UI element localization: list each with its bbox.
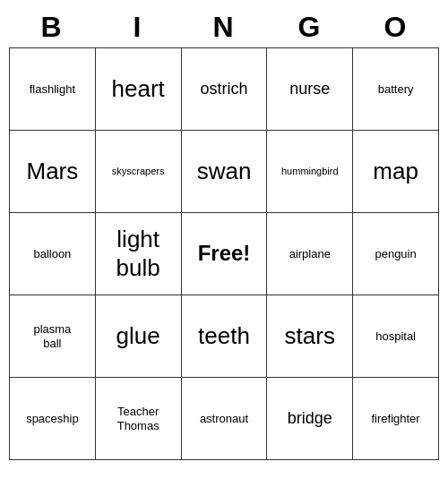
- header-letter-g: G: [267, 7, 353, 47]
- cell-text: skyscrapers: [112, 166, 165, 177]
- header-letter-i: I: [95, 7, 181, 47]
- bingo-cell-r1-c2: swan: [182, 131, 268, 213]
- bingo-cell-r4-c0: spaceship: [10, 378, 96, 460]
- bingo-cell-r2-c2: Free!: [182, 213, 268, 295]
- cell-text: ostrich: [200, 80, 247, 99]
- header-letter-b: B: [9, 7, 95, 47]
- bingo-cell-r3-c2: teeth: [182, 295, 268, 378]
- cell-text: plasmaball: [33, 322, 71, 350]
- cell-text: airplane: [289, 247, 331, 261]
- bingo-cell-r2-c4: penguin: [353, 213, 439, 295]
- cell-text: hummingbird: [281, 166, 339, 177]
- cell-text: teeth: [198, 322, 250, 350]
- bingo-cell-r4-c4: firefighter: [353, 378, 439, 460]
- cell-text: lightbulb: [116, 226, 160, 281]
- cell-text: firefighter: [371, 412, 419, 426]
- cell-text: swan: [197, 158, 252, 185]
- bingo-card: BINGO flashlightheartostrichnursebattery…: [9, 7, 439, 460]
- bingo-cell-r0-c1: heart: [96, 48, 182, 131]
- bingo-cell-r1-c0: Mars: [10, 131, 96, 213]
- cell-text: balloon: [33, 247, 71, 261]
- bingo-cell-r4-c1: TeacherThomas: [96, 378, 182, 460]
- bingo-cell-r3-c4: hospital: [353, 295, 439, 378]
- bingo-cell-r3-c0: plasmaball: [10, 295, 96, 378]
- cell-text: map: [373, 158, 418, 185]
- cell-text: flashlight: [30, 82, 75, 97]
- bingo-cell-r0-c3: nurse: [267, 48, 353, 131]
- bingo-cell-r3-c3: stars: [267, 295, 353, 378]
- bingo-header: BINGO: [9, 7, 439, 47]
- cell-text: glue: [116, 322, 160, 350]
- bingo-cell-r4-c3: bridge: [267, 378, 353, 460]
- cell-text: TeacherThomas: [117, 405, 159, 432]
- bingo-cell-r0-c0: flashlight: [10, 48, 96, 131]
- cell-text: battery: [378, 82, 414, 97]
- bingo-cell-r3-c1: glue: [96, 295, 182, 378]
- cell-text: spaceship: [26, 412, 79, 426]
- bingo-cell-r2-c0: balloon: [10, 213, 96, 295]
- cell-text: nurse: [289, 80, 330, 99]
- bingo-cell-r2-c3: airplane: [267, 213, 353, 295]
- bingo-cell-r1-c3: hummingbird: [267, 131, 353, 213]
- bingo-cell-r1-c1: skyscrapers: [96, 131, 182, 213]
- cell-text: Free!: [198, 241, 251, 267]
- cell-text: stars: [285, 322, 335, 350]
- cell-text: penguin: [375, 247, 416, 261]
- bingo-cell-r0-c2: ostrich: [182, 48, 268, 131]
- header-letter-n: N: [181, 7, 267, 47]
- bingo-cell-r4-c2: astronaut: [182, 378, 268, 460]
- cell-text: astronaut: [200, 412, 248, 426]
- bingo-cell-r0-c4: battery: [353, 48, 439, 131]
- bingo-cell-r2-c1: lightbulb: [96, 213, 182, 295]
- cell-text: heart: [112, 75, 165, 103]
- header-letter-o: O: [353, 7, 439, 47]
- cell-text: bridge: [288, 409, 332, 429]
- bingo-cell-r1-c4: map: [353, 131, 439, 213]
- bingo-grid: flashlightheartostrichnursebatteryMarssk…: [9, 47, 439, 460]
- cell-text: hospital: [375, 329, 416, 344]
- cell-text: Mars: [27, 158, 79, 185]
